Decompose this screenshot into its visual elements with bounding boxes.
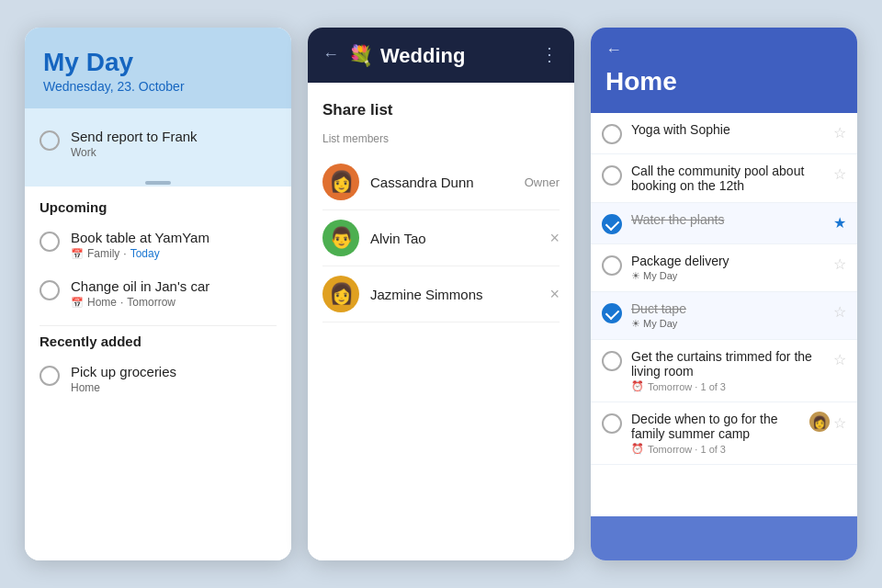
checkbox-package[interactable]	[602, 255, 622, 276]
avatar-alvin: 👨	[322, 220, 359, 256]
myday-panel: My Day Wednesday, 23. October Send repor…	[25, 28, 291, 560]
task-pool[interactable]: Call the community pool about booking on…	[591, 154, 857, 203]
myday-header: My Day Wednesday, 23. October	[25, 28, 291, 108]
task-change-oil[interactable]: Change oil in Jan's car 📅 Home · Tomorro…	[40, 269, 277, 318]
task-sub-send-report: Work	[71, 146, 277, 159]
task-title-package: Package delivery	[631, 254, 824, 268]
checkbox-water[interactable]	[602, 214, 622, 234]
task-sub-curtains: ⏰ Tomorrow · 1 of 3	[631, 380, 824, 392]
wedding-body: Share list List members 👩 Cassandra Dunn…	[308, 83, 574, 560]
more-options-button[interactable]: ⋮	[540, 43, 560, 65]
task-title-send-report: Send report to Frank	[71, 129, 277, 144]
home-panel: ← Home Yoga with Sophie ☆ Call the commu…	[591, 28, 857, 560]
task-curtains[interactable]: Get the curtains trimmed for the living …	[591, 340, 857, 402]
calendar-icon-change-oil: 📅	[71, 297, 84, 309]
star-package[interactable]: ☆	[833, 255, 846, 273]
recently-section-title: Recently added	[40, 334, 277, 349]
checkbox-pool[interactable]	[602, 165, 622, 186]
avatar-cassandra: 👩	[322, 164, 359, 200]
member-role-cassandra: Owner	[525, 175, 560, 189]
task-duct[interactable]: Duct tape ☀ My Day ☆	[591, 292, 857, 340]
task-sub-change-oil: Home	[87, 296, 117, 309]
wedding-title: Wedding	[380, 44, 465, 68]
task-yoga[interactable]: Yoga with Sophie ☆	[591, 113, 857, 154]
star-camp[interactable]: ☆	[833, 414, 846, 432]
checkbox-yoga[interactable]	[602, 124, 622, 144]
checkbox-camp[interactable]	[602, 413, 622, 434]
scroll-indicator	[25, 175, 291, 187]
member-jazmine: 👩 Jazmine Simmons ×	[322, 266, 560, 322]
remove-alvin-button[interactable]: ×	[549, 229, 560, 248]
task-sub-camp: ⏰ Tomorrow · 1 of 3	[631, 443, 800, 455]
task-title-groceries: Pick up groceries	[71, 364, 277, 379]
home-body: Yoga with Sophie ☆ Call the community po…	[591, 113, 857, 516]
myday-tag-duct: ☀ My Day	[631, 318, 677, 330]
task-date-book-table: Today	[130, 247, 160, 260]
calendar-icon-book-table: 📅	[71, 248, 84, 260]
wedding-header: ← 💐 Wedding ⋮	[308, 28, 574, 83]
task-date-camp: Tomorrow · 1 of 3	[648, 444, 726, 455]
task-water[interactable]: Water the plants ★	[591, 203, 857, 244]
myday-title: My Day	[43, 48, 273, 77]
star-water[interactable]: ★	[833, 214, 846, 232]
dot-separator: ·	[123, 247, 126, 260]
task-sub-duct: ☀ My Day	[631, 318, 824, 330]
task-sub-groceries: Home	[71, 381, 277, 394]
star-curtains[interactable]: ☆	[833, 351, 846, 368]
checkbox-curtains[interactable]	[602, 351, 622, 371]
task-checkbox-send-report[interactable]	[40, 130, 60, 151]
share-list-title: Share list	[322, 101, 560, 119]
myday-body: Upcoming Book table at YamYam 📅 Family ·…	[25, 187, 291, 560]
task-title-camp: Decide when to go for the family summer …	[631, 412, 800, 441]
member-name-cassandra: Cassandra Dunn	[370, 175, 514, 190]
task-calendar-change-oil: 📅 Home · Tomorrow	[71, 296, 277, 309]
avatar-camp: 👩	[809, 412, 830, 432]
task-title-book-table: Book table at YamYam	[71, 230, 277, 245]
home-footer	[591, 516, 857, 560]
star-yoga[interactable]: ☆	[833, 124, 846, 141]
member-alvin: 👨 Alvin Tao ×	[322, 210, 560, 266]
task-date-curtains: Tomorrow · 1 of 3	[648, 381, 726, 392]
task-title-duct: Duct tape	[631, 301, 824, 316]
task-package[interactable]: Package delivery ☀ My Day ☆	[591, 244, 857, 292]
wedding-emoji: 💐	[348, 44, 373, 68]
task-groceries[interactable]: Pick up groceries Home	[40, 355, 277, 403]
home-title: Home	[605, 67, 842, 96]
task-sub-package: ☀ My Day	[631, 270, 824, 282]
upcoming-section-title: Upcoming	[40, 199, 277, 215]
task-send-report[interactable]: Send report to Frank Work	[40, 119, 277, 168]
wedding-panel: ← 💐 Wedding ⋮ Share list List members 👩 …	[308, 28, 574, 560]
myday-tag-package: ☀ My Day	[631, 270, 677, 282]
home-header: ← Home	[591, 28, 857, 113]
task-title-change-oil: Change oil in Jan's car	[71, 278, 277, 294]
task-checkbox-change-oil[interactable]	[40, 280, 60, 300]
dot-separator2: ·	[120, 296, 123, 309]
back-arrow-wedding[interactable]: ←	[322, 45, 339, 64]
task-title-curtains: Get the curtains trimmed for the living …	[631, 349, 824, 379]
task-date-change-oil: Tomorrow	[127, 296, 175, 309]
task-title-yoga: Yoga with Sophie	[631, 122, 824, 137]
task-book-table[interactable]: Book table at YamYam 📅 Family · Today	[40, 220, 277, 269]
task-checkbox-book-table[interactable]	[40, 232, 60, 252]
back-arrow-home[interactable]: ←	[605, 40, 622, 60]
scroll-dot	[145, 181, 171, 185]
list-members-label: List members	[322, 132, 560, 145]
task-title-water: Water the plants	[631, 212, 824, 227]
checkbox-duct[interactable]	[602, 303, 622, 323]
myday-task-area: Send report to Frank Work	[25, 108, 291, 175]
star-duct[interactable]: ☆	[833, 303, 846, 321]
task-title-pool: Call the community pool about booking on…	[631, 164, 824, 193]
task-calendar-book-table: 📅 Family · Today	[71, 247, 277, 260]
myday-date: Wednesday, 23. October	[43, 79, 273, 94]
member-name-jazmine: Jazmine Simmons	[370, 287, 538, 302]
task-sub-book-table: Family	[87, 247, 119, 260]
task-checkbox-groceries[interactable]	[40, 366, 60, 386]
remove-jazmine-button[interactable]: ×	[549, 285, 560, 304]
star-pool[interactable]: ☆	[833, 165, 846, 183]
divider	[40, 325, 277, 326]
task-camp[interactable]: Decide when to go for the family summer …	[591, 402, 857, 465]
member-cassandra: 👩 Cassandra Dunn Owner	[322, 154, 560, 210]
member-name-alvin: Alvin Tao	[370, 231, 538, 246]
avatar-jazmine: 👩	[322, 276, 359, 312]
